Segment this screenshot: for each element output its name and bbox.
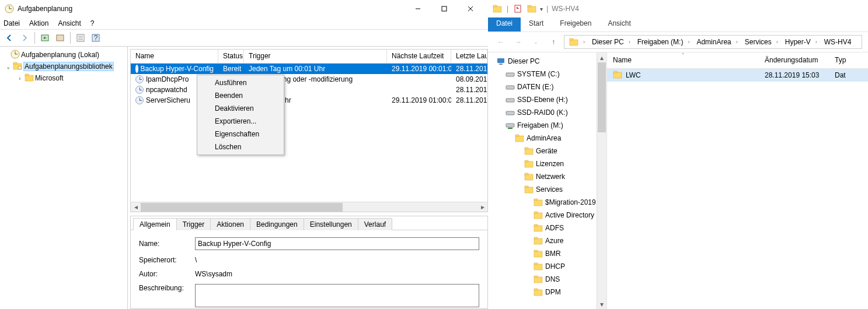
tree-drive[interactable]: SSD-RAID0 (K:) [488, 106, 606, 119]
tree-root[interactable]: Aufgabenplanung (Lokal) [0, 49, 127, 61]
column-header-type[interactable]: Typ [829, 52, 868, 68]
ctx-run[interactable]: Ausführen [198, 76, 283, 89]
toolbar-run-icon[interactable] [38, 31, 52, 45]
breadcrumb-item[interactable]: Hyper-V› [782, 36, 821, 48]
chevron-right-icon[interactable]: › [813, 39, 817, 45]
title-bar[interactable]: Aufgabenplanung [0, 0, 488, 17]
explorer-title-bar[interactable]: | ▾ | WS-HV4 [488, 0, 868, 17]
column-header-date[interactable]: Änderungsdatum [759, 52, 829, 68]
tree-folder[interactable]: AdminArea [488, 132, 606, 145]
task-row[interactable]: IpamDhcpPro penerstellung oder -modifizi… [131, 74, 487, 85]
tree-folder[interactable]: DPM [488, 286, 606, 299]
ctx-properties[interactable]: Eigenschaften [198, 128, 283, 141]
scroll-up-icon[interactable]: ▴ [597, 52, 606, 62]
scroll-left-icon[interactable]: ◂ [131, 203, 141, 212]
breadcrumb-item[interactable]: Services› [741, 36, 782, 48]
tab-general[interactable]: Allgemein [133, 218, 177, 230]
task-row[interactable]: Backup Hyper-V-Config Bereit Jeden Tag u… [131, 64, 487, 74]
chevron-right-icon[interactable]: › [774, 39, 778, 45]
navigation-tree[interactable]: Aufgabenplanung (Lokal) ⌄ Aufgabenplanun… [0, 47, 128, 309]
menu-help[interactable]: ? [90, 19, 95, 27]
tree-folder[interactable]: DNS [488, 273, 606, 286]
column-header-status[interactable]: Status [218, 50, 244, 63]
scroll-down-icon[interactable]: ▾ [597, 299, 606, 309]
collapse-icon[interactable]: ⌄ [5, 64, 12, 70]
scroll-thumb[interactable] [141, 203, 343, 212]
chevron-right-icon[interactable]: › [685, 39, 689, 45]
tree-drive[interactable]: Freigaben (M:) [488, 119, 606, 132]
column-header-name[interactable]: Name [131, 50, 218, 63]
ribbon-tab-view[interactable]: Ansicht [599, 17, 639, 31]
column-header-last[interactable]: Letzte Lau [451, 50, 487, 63]
task-row[interactable]: npcapwatchd emstart 28.11.2019 [131, 85, 487, 95]
breadcrumb-item[interactable]: Dieser PC› [588, 36, 634, 48]
tree-folder[interactable]: BMR [488, 247, 606, 260]
breadcrumb-item[interactable]: Freigaben (M:)› [634, 36, 693, 48]
menu-file[interactable]: Datei [4, 19, 20, 27]
nav-forward-button[interactable]: → [511, 35, 525, 49]
ribbon-tab-file[interactable]: Datei [488, 17, 521, 31]
tab-settings[interactable]: Einstellungen [304, 218, 358, 230]
breadcrumb-item[interactable]: AdminArea› [693, 36, 741, 48]
ribbon-tab-share[interactable]: Freigeben [552, 17, 599, 31]
toolbar-disable-icon[interactable] [53, 31, 67, 45]
menu-view[interactable]: Ansicht [58, 19, 81, 27]
nav-recent-dropdown-icon[interactable]: ⌄ [529, 35, 543, 49]
tab-history[interactable]: Verlauf [358, 218, 392, 230]
minimize-button[interactable] [405, 1, 431, 17]
column-header-next[interactable]: Nächste Laufzeit [387, 50, 451, 63]
tree-drive[interactable]: SSD-Ebene (H:) [488, 93, 606, 106]
input-task-name[interactable] [195, 237, 479, 250]
close-button[interactable] [457, 1, 483, 17]
qat-properties-icon[interactable] [512, 3, 524, 15]
input-description[interactable] [195, 284, 479, 307]
task-row[interactable]: ServerSicheru um 01:00 Uhr 29.11.2019 01… [131, 95, 487, 106]
column-header-trigger[interactable]: Trigger [244, 50, 387, 63]
tree-microsoft[interactable]: › Microsoft [0, 72, 127, 84]
ribbon-tab-start[interactable]: Start [521, 17, 552, 31]
chevron-right-icon[interactable]: › [626, 39, 630, 45]
menu-action[interactable]: Aktion [29, 19, 48, 27]
tab-actions[interactable]: Aktionen [210, 218, 250, 230]
breadcrumb-item[interactable]: WS-HV4 [821, 36, 855, 48]
breadcrumb-root[interactable]: › [566, 36, 588, 48]
tree-drive[interactable]: DATEN (E:) [488, 80, 606, 93]
tree-folder[interactable]: Services [488, 183, 606, 196]
column-header-name[interactable]: Name ˄ [607, 52, 759, 68]
chevron-right-icon[interactable]: › [734, 39, 738, 45]
toolbar-back-icon[interactable] [2, 31, 16, 45]
tab-conditions[interactable]: Bedingungen [250, 218, 304, 230]
file-row[interactable]: LWC 28.11.2019 15:03 Dat [607, 69, 868, 82]
maximize-button[interactable] [431, 1, 457, 17]
chevron-right-icon[interactable]: › [581, 39, 585, 45]
tree-folder[interactable]: Netzwerk [488, 170, 606, 183]
ctx-end[interactable]: Beenden [198, 89, 283, 102]
tree-folder[interactable]: Azure [488, 234, 606, 247]
tree-folder[interactable]: DHCP [488, 260, 606, 273]
tree-drive[interactable]: SYSTEM (C:) [488, 68, 606, 80]
horizontal-scrollbar[interactable]: ◂ ▸ [131, 202, 487, 212]
tree-this-pc[interactable]: Dieser PC [488, 55, 606, 68]
ctx-disable[interactable]: Deaktivieren [198, 102, 283, 115]
tree-folder[interactable]: $Migration-2019 [488, 196, 606, 209]
tree-folder[interactable]: ADFS [488, 222, 606, 234]
ctx-delete[interactable]: Löschen [198, 141, 283, 153]
qat-dropdown-icon[interactable]: ▾ [540, 6, 543, 12]
tree-folder[interactable]: Active Directory [488, 209, 606, 222]
qat-folder-icon[interactable] [526, 3, 538, 15]
vertical-scrollbar[interactable]: ▴ ▾ [597, 52, 606, 309]
ctx-export[interactable]: Exportieren... [198, 115, 283, 128]
toolbar-forward-icon[interactable] [18, 31, 32, 45]
scroll-right-icon[interactable]: ▸ [477, 203, 487, 212]
expand-icon[interactable]: › [16, 75, 23, 82]
tab-triggers[interactable]: Trigger [176, 218, 211, 230]
tree-folder[interactable]: Geräte [488, 145, 606, 157]
explorer-tree[interactable]: Dieser PC SYSTEM (C:) DATEN (E:) SSD-Ebe… [488, 52, 607, 309]
toolbar-help-icon[interactable]: ? [89, 31, 103, 45]
tree-library[interactable]: ⌄ Aufgabenplanungsbibliothek [0, 61, 127, 72]
nav-up-button[interactable]: ↑ [546, 35, 560, 49]
toolbar-properties-icon[interactable] [74, 31, 88, 45]
breadcrumb-bar[interactable]: › Dieser PC› Freigaben (M:)› AdminArea› … [564, 35, 862, 49]
tree-folder[interactable]: Lizenzen [488, 157, 606, 170]
scroll-thumb[interactable] [598, 62, 606, 132]
